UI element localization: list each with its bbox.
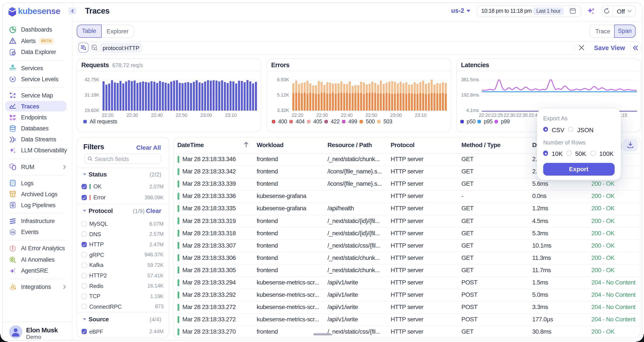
svg-text:KB: KB [11, 231, 15, 234]
